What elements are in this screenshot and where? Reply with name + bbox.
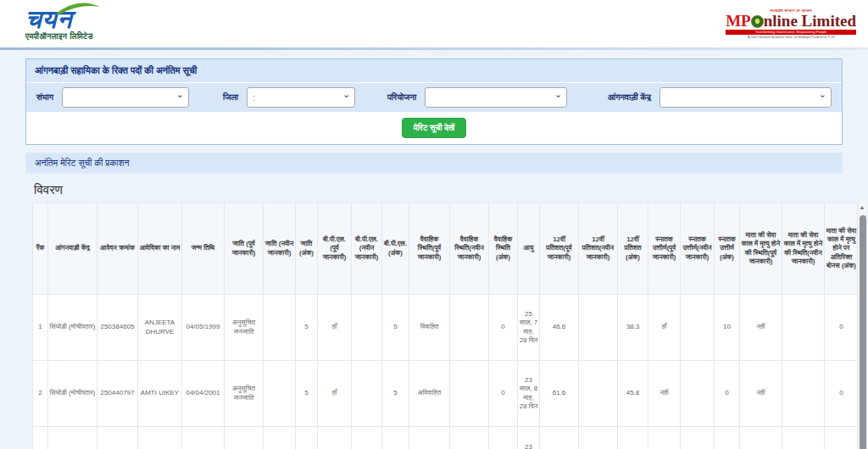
table-cell — [681, 427, 715, 449]
table-cell: 23 साल, 5 माह, 29 दिन — [518, 427, 540, 449]
table-cell — [782, 427, 825, 449]
project-select-wrap — [425, 87, 567, 108]
division-select[interactable] — [62, 87, 189, 108]
table-cell: नहीं — [648, 361, 681, 427]
merit-table-container: रैंकआंगनवाड़ी केंद्रआवेदन क्रमांकआवेदिका… — [32, 202, 866, 449]
column-header: बी.पी.एल. (अंक) — [382, 203, 409, 295]
table-row: 2सिंघोड़ी (मोचीपठार)250440797AMTI UIKEY0… — [33, 361, 867, 427]
anganwadi-kendra-select[interactable] — [659, 87, 832, 108]
merit-table-body: 1सिंघोड़ी (मोचीपठार)250384605ANJEETA DHU… — [33, 295, 867, 449]
table-cell: 5 — [382, 361, 409, 427]
table-cell: सिंघोड़ी (मोचीपठार) — [48, 295, 97, 361]
table-cell: 46.6 — [540, 295, 579, 361]
table-row: 1सिंघोड़ी (मोचीपठार)250384605ANJEETA DHU… — [33, 295, 867, 361]
details-heading: विवरण — [34, 182, 868, 197]
table-cell: 5 — [382, 295, 409, 361]
table-cell: 0 — [489, 295, 518, 361]
table-cell: 250440797 — [97, 361, 138, 427]
table-scrollbar[interactable]: ▲ — [857, 202, 866, 449]
column-header: 12वीं प्रतिशत(पूर्व जानकारी) — [540, 203, 579, 295]
column-header: आयु — [518, 203, 540, 295]
table-cell — [450, 361, 489, 427]
table-cell: ANJEETA DHURVE — [138, 295, 182, 361]
table-cell: सिंघोड़ी (मोचीपठार) — [48, 361, 97, 427]
table-cell — [782, 361, 825, 427]
column-header: स्नातक उत्तीर्ण (अंक) — [715, 203, 740, 295]
view-merit-list-button[interactable]: मेरिट सूची देखें — [402, 118, 466, 138]
column-header: 12वीं प्रतिशत(नवीन जानकारी) — [579, 203, 618, 295]
table-cell: 5 — [296, 361, 318, 427]
table-cell: नहीं — [648, 427, 681, 449]
table-cell: 25 साल, 7 माह, 28 दिन — [518, 295, 540, 361]
district-label: जिला — [223, 92, 238, 103]
table-cell: 0 — [825, 427, 859, 449]
district-select[interactable]: : — [247, 87, 355, 108]
table-cell: 0 — [825, 295, 859, 361]
table-cell: 44.4 — [618, 427, 648, 449]
table-cell: 61.6 — [540, 361, 579, 427]
table-cell: 0 — [715, 361, 740, 427]
table-cell: हाँ — [318, 295, 352, 361]
table-cell: 03/02/2001 — [182, 427, 225, 449]
column-header: माता की सेवा काल में मृत्यु होने की स्थि… — [782, 203, 825, 295]
brand-tagline: एमपीऑनलाइन लिमिटेड — [25, 33, 93, 41]
table-cell — [450, 295, 489, 361]
project-select[interactable] — [425, 87, 567, 108]
table-cell: 5 — [296, 295, 318, 361]
table-cell: 0 — [715, 427, 740, 449]
column-header: स्नातक उत्तीर्ण(पूर्व जानकारी) — [648, 203, 681, 295]
mponline-bottom-sub: A Joint Venture between Govt. of Madhya … — [726, 36, 856, 39]
table-cell: 250400782 — [97, 427, 138, 449]
table-cell: 1 — [33, 295, 48, 361]
table-cell — [681, 295, 715, 361]
column-header: जाति (पूर्व जानकारी) — [225, 203, 264, 295]
column-header: रैंक — [33, 203, 48, 295]
division-label: संभाग — [36, 92, 53, 103]
table-cell: 59.2 — [540, 427, 579, 449]
column-header: जाति (नवीन जानकारी) — [264, 203, 296, 295]
table-cell: 5 — [296, 427, 318, 449]
vacancy-filter-panel: आंगनबाड़ी सहायिका के रिक्त पदों की अनंति… — [25, 58, 843, 145]
publication-section-bar: अनंतिम मेरिट सूची की प्रकाशन — [25, 152, 843, 174]
filter-anganwadi-kendra: आंगनवाड़ी केंद्र — [604, 87, 835, 108]
scroll-up-icon[interactable]: ▲ — [858, 202, 866, 210]
district-select-wrap: : — [247, 87, 355, 108]
table-cell — [579, 427, 618, 449]
mponline-emblem-icon — [751, 15, 764, 28]
filter-row: संभाग जिला : परियोजना आं — [26, 83, 842, 112]
scrollbar-thumb[interactable] — [860, 215, 866, 449]
column-header: बी.पी.एल. (नवीन जानकारी) — [352, 203, 382, 295]
table-cell: विवाहित — [409, 427, 450, 449]
table-cell: नहीं — [318, 427, 352, 449]
table-cell: AMTI UIKEY — [138, 361, 182, 427]
filter-division: संभाग — [33, 87, 218, 108]
filter-project: परियोजना — [384, 87, 603, 108]
table-cell: विवाहित — [409, 295, 450, 361]
table-cell: अविवाहित — [409, 361, 450, 427]
table-cell — [782, 295, 825, 361]
table-cell: 0 — [489, 427, 518, 449]
division-select-wrap — [62, 87, 189, 108]
merit-table: रैंकआंगनवाड़ी केंद्रआवेदन क्रमांकआवेदिका… — [32, 202, 866, 449]
table-cell: 250384605 — [97, 295, 138, 361]
table-cell: हाँ — [318, 361, 352, 427]
table-cell — [264, 361, 296, 427]
column-header: माता की सेवा काल में मृत्यु होने पर अतिर… — [825, 203, 859, 295]
leaf-swoosh-icon — [54, 2, 102, 15]
merit-table-head-row: रैंकआंगनवाड़ी केंद्रआवेदन क्रमांकआवेदिका… — [33, 203, 867, 295]
table-cell: 0 — [825, 361, 859, 427]
table-cell: 2 — [33, 361, 48, 427]
table-cell: अनुसूचित जनजाति — [225, 361, 264, 427]
table-cell — [681, 361, 715, 427]
table-row: 3सिंघोड़ी (मोचीपठार)250400782SAVITRI03/0… — [33, 427, 867, 449]
table-cell: SAVITRI — [138, 427, 182, 449]
column-header: जाति (अंक) — [296, 203, 318, 295]
table-cell — [579, 361, 618, 427]
page-header: चयन एमपीऑनलाइन लिमिटेड मध्यप्रदेश सरकार … — [0, 0, 868, 47]
column-header: 12वीं प्रतिशत (अंक) — [618, 203, 648, 295]
filter-district: जिला : — [220, 87, 382, 108]
table-cell — [352, 361, 382, 427]
table-cell — [450, 427, 489, 449]
column-header: वैवाहिक स्थिति (अंक) — [489, 203, 518, 295]
mponline-logo: मध्यप्रदेश सरकार का उपक्रम MPnline Limit… — [726, 8, 856, 39]
